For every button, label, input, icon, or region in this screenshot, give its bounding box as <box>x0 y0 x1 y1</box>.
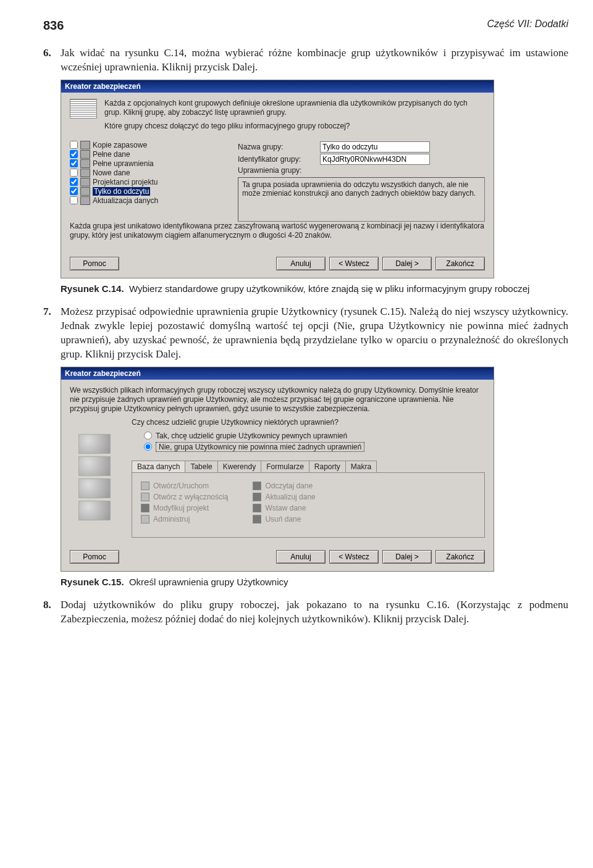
checkbox-disabled <box>141 504 149 512</box>
checkbox-disabled <box>141 515 149 524</box>
group-list: Kopie zapasowe Pełne dane Pełne uprawnie… <box>70 140 224 222</box>
paragraph-7: 7.Możesz przypisać odpowiednie uprawnien… <box>61 305 568 362</box>
perm-label: Odczytaj dane <box>265 482 313 490</box>
section-title: Część VII: Dodatki <box>487 19 568 33</box>
dialog1-intro1: Każda z opcjonalnych kont grupowych defi… <box>104 99 485 117</box>
group-icon <box>80 178 90 186</box>
permission-tabs: Baza danych Tabele Kwerendy Formularze R… <box>132 461 485 472</box>
dialog2-question: Czy chcesz udzielić grupie Użytkownicy n… <box>132 418 485 427</box>
label-group-perm: Uprawnienia grupy: <box>238 166 315 175</box>
checkbox-tylko-do-odczytu[interactable] <box>70 187 78 195</box>
perm-label: Modyfikuj projekt <box>153 504 209 512</box>
tab-tabele[interactable]: Tabele <box>185 461 217 472</box>
tab-panel: Otwórz/Uruchom Otwórz z wyłącznością Mod… <box>132 472 485 538</box>
tab-kwerendy[interactable]: Kwerendy <box>217 461 261 472</box>
group-icon <box>80 169 90 177</box>
security-wizard-dialog-2: Kreator zabezpieczeń We wszystkich plika… <box>61 367 494 572</box>
checkbox-pelne-uprawnienia[interactable] <box>70 159 78 167</box>
paragraph-6: 6.Jak widać na rysunku C.14, można wybie… <box>61 46 568 75</box>
finish-button[interactable]: Zakończ <box>435 257 485 270</box>
perm-label: Aktualizuj dane <box>265 493 315 501</box>
group-icon <box>80 150 90 159</box>
perm-label: Otwórz z wyłącznością <box>153 493 228 501</box>
caption-label: Rysunek C.15. <box>61 577 124 587</box>
key-icon <box>78 501 111 520</box>
checkbox-pelne-dane[interactable] <box>70 150 78 158</box>
checkbox-disabled <box>253 493 261 501</box>
group-icon <box>80 187 90 196</box>
figure-caption-c15: Rysunek C.15. Określ uprawnienia grupy U… <box>61 577 568 587</box>
paragraph-8-text: Dodaj użytkowników do pliku grupy robocz… <box>61 599 568 625</box>
users-icon <box>78 434 111 454</box>
input-group-id[interactable] <box>320 154 430 165</box>
paragraph-7-text: Możesz przypisać odpowiednie uprawnienia… <box>61 306 568 360</box>
perm-label: Usuń dane <box>265 515 301 524</box>
radio-yes-label[interactable]: Tak, chcę udzielić grupie Użytkownicy pe… <box>156 432 347 440</box>
next-button[interactable]: Dalej > <box>382 257 432 270</box>
checkbox-disabled <box>253 504 261 512</box>
dialog-titlebar: Kreator zabezpieczeń <box>61 367 494 380</box>
caption-label: Rysunek C.14. <box>61 283 124 294</box>
cancel-button[interactable]: Anuluj <box>276 257 326 270</box>
cancel-button[interactable]: Anuluj <box>276 550 326 564</box>
caption-text: Określ uprawnienia grupy Użytkownicy <box>129 577 288 587</box>
group-icon <box>80 196 90 205</box>
list-number-6: 6. <box>43 46 61 61</box>
users-icon <box>78 478 111 498</box>
radio-no-label[interactable]: Nie, grupa Użytkownicy nie powinna mieć … <box>156 442 364 452</box>
group-label[interactable]: Pełne dane <box>93 150 130 159</box>
side-icons <box>70 432 120 523</box>
checkbox-aktualizacja[interactable] <box>70 196 78 204</box>
page-number: 836 <box>43 19 64 33</box>
help-button[interactable]: Pomoc <box>70 550 119 564</box>
radio-no[interactable] <box>144 443 152 451</box>
label-group-id: Identyfikator grupy: <box>238 155 315 164</box>
group-label[interactable]: Pełne uprawnienia <box>93 159 154 168</box>
tab-baza-danych[interactable]: Baza danych <box>132 461 185 472</box>
next-button[interactable]: Dalej > <box>382 550 432 564</box>
dialog-titlebar: Kreator zabezpieczeń <box>61 80 494 93</box>
checkbox-disabled <box>253 515 261 524</box>
group-label[interactable]: Aktualizacja danych <box>93 196 158 205</box>
checkbox-disabled <box>141 493 149 501</box>
list-number-7: 7. <box>43 305 61 319</box>
help-button[interactable]: Pomoc <box>70 257 119 270</box>
tab-raporty[interactable]: Raporty <box>309 461 346 472</box>
group-perm-description: Ta grupa posiada uprawnienia do odczytu … <box>238 177 485 222</box>
group-label[interactable]: Kopie zapasowe <box>93 141 147 149</box>
dialog1-intro2: Które grupy chcesz dołączyć do tego plik… <box>104 122 485 131</box>
group-icon <box>80 159 90 168</box>
checkbox-nowe-dane[interactable] <box>70 169 78 177</box>
list-number-8: 8. <box>43 598 61 612</box>
finish-button[interactable]: Zakończ <box>435 550 485 564</box>
perm-label: Wstaw dane <box>265 504 306 512</box>
perm-label: Administruj <box>153 515 190 524</box>
caption-text: Wybierz standardowe grupy użytkowników, … <box>129 283 529 294</box>
group-icon <box>80 141 90 149</box>
label-group-name: Nazwa grupy: <box>238 143 315 151</box>
dialog1-note: Każda grupa jest unikatowo identyfikowan… <box>70 222 485 240</box>
security-wizard-dialog-1: Kreator zabezpieczeń Każda z opcjonalnyc… <box>61 80 494 278</box>
radio-yes[interactable] <box>144 432 152 440</box>
page-header: 836 Część VII: Dodatki <box>43 19 568 33</box>
checkbox-kopie-zapasowe[interactable] <box>70 141 78 149</box>
paragraph-6-text: Jak widać na rysunku C.14, można wybiera… <box>61 47 568 73</box>
tab-makra[interactable]: Makra <box>345 461 377 472</box>
back-button[interactable]: < Wstecz <box>329 550 379 564</box>
paragraph-8: 8.Dodaj użytkowników do pliku grupy robo… <box>61 598 568 627</box>
tab-formularze[interactable]: Formularze <box>261 461 309 472</box>
users-icon <box>78 456 111 476</box>
perm-label: Otwórz/Uruchom <box>153 482 209 490</box>
dialog2-intro: We wszystkich plikach informacyjnych gru… <box>70 386 485 414</box>
dialog-icon <box>70 99 97 119</box>
group-label-selected[interactable]: Tylko do odczytu <box>93 187 150 196</box>
figure-caption-c14: Rysunek C.14. Wybierz standardowe grupy … <box>61 283 568 294</box>
back-button[interactable]: < Wstecz <box>329 257 379 270</box>
checkbox-disabled <box>141 482 149 490</box>
checkbox-disabled <box>253 482 261 490</box>
group-label[interactable]: Projektanci projektu <box>93 178 158 186</box>
input-group-name[interactable] <box>320 141 430 152</box>
group-label[interactable]: Nowe dane <box>93 169 130 177</box>
checkbox-projektanci[interactable] <box>70 178 78 186</box>
